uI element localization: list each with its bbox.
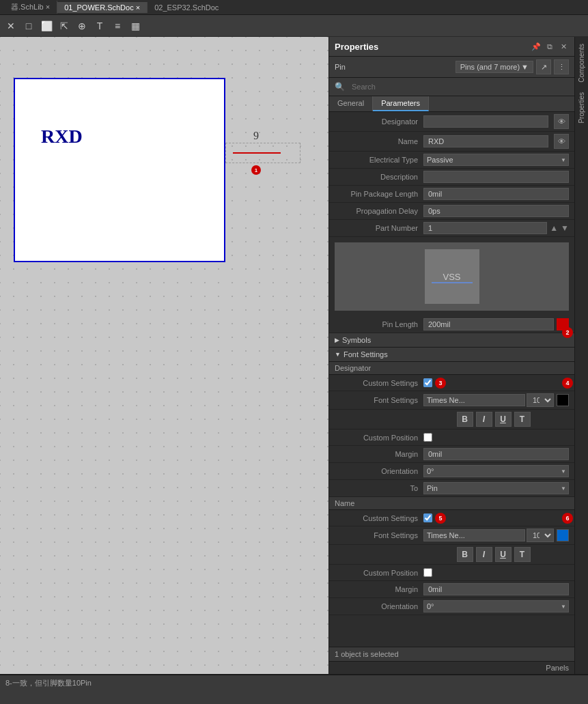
- part-number-arrow-down[interactable]: ▼: [561, 223, 569, 233]
- custom-settings-checkbox-2[interactable]: [423, 513, 432, 522]
- font-settings-section[interactable]: ▼ Font Settings: [329, 348, 574, 362]
- designator-row: Designator 👁: [329, 112, 574, 132]
- to-label: To: [335, 484, 423, 492]
- font-settings-label-2: Font Settings: [335, 531, 423, 539]
- sync-btn[interactable]: ↗: [536, 59, 551, 74]
- tab-esp32[interactable]: 02_ESP32.SchDoc: [148, 2, 225, 13]
- main-layout: RXD 9 1 Properties 📌 ⧉ ✕ Pin: [0, 37, 588, 674]
- pin-package-length-input[interactable]: [423, 188, 569, 200]
- bold-btn-2[interactable]: B: [457, 547, 473, 562]
- tool-extra[interactable]: ▦: [127, 18, 143, 34]
- to-select[interactable]: Pin: [423, 482, 569, 494]
- propagation-delay-input[interactable]: [423, 205, 569, 217]
- preview-vss: VSS: [425, 249, 479, 304]
- tab-parameters[interactable]: Parameters: [373, 96, 429, 111]
- electrical-type-label: Electrical Type: [335, 156, 423, 164]
- font-settings-row-1: Font Settings Times Ne... Arial 10 8 12: [329, 391, 574, 410]
- tool-text[interactable]: T: [92, 18, 108, 34]
- font-settings-label-1: Font Settings: [335, 396, 423, 404]
- propagation-delay-label: Propagation Delay: [335, 207, 423, 215]
- underline-btn-1[interactable]: U: [495, 412, 512, 427]
- tab-schlib[interactable]: 器.SchLib ×: [4, 1, 57, 14]
- underline-btn-2[interactable]: U: [495, 547, 512, 562]
- tool-plus[interactable]: ⊕: [74, 18, 90, 34]
- tool-cross[interactable]: ✕: [3, 18, 19, 34]
- orientation-row-1: Orientation 0° 90°: [329, 463, 574, 480]
- canvas-area[interactable]: RXD 9 1: [0, 37, 328, 674]
- font-size-select-2[interactable]: 10 8 12: [527, 529, 554, 542]
- name-label: Name: [335, 137, 423, 145]
- orientation-select-2[interactable]: 0° 90°: [423, 600, 569, 613]
- custom-settings-label-2: Custom Settings: [335, 514, 423, 522]
- tab-general[interactable]: General: [329, 96, 373, 111]
- bold-btn-1[interactable]: B: [457, 412, 473, 427]
- custom-position-checkbox-1[interactable]: [423, 433, 432, 442]
- orientation-row-2: Orientation 0° 90°: [329, 598, 574, 615]
- name-eye-btn[interactable]: 👁: [554, 134, 569, 149]
- custom-position-checkbox-2[interactable]: [423, 568, 432, 577]
- designator-eye-btn[interactable]: 👁: [554, 114, 569, 129]
- search-input[interactable]: [348, 81, 569, 93]
- tab-power[interactable]: 01_POWER.SchDoc ×: [57, 2, 148, 13]
- designator-value-wrap: 👁: [423, 114, 569, 129]
- toolbar: ✕ □ ⬜ ⇱ ⊕ T ≡ ▦: [0, 15, 588, 37]
- tool-rect[interactable]: □: [20, 18, 37, 34]
- strikethrough-btn-2[interactable]: T: [514, 547, 531, 562]
- font-color-black[interactable]: [557, 394, 569, 406]
- italic-btn-1[interactable]: I: [476, 412, 492, 427]
- panel-close-btn[interactable]: ✕: [558, 41, 569, 52]
- badge-4: 4: [562, 378, 573, 389]
- margin-input-1[interactable]: [423, 448, 569, 460]
- part-number-arrow-up[interactable]: ▲: [550, 223, 558, 233]
- tool-arrow[interactable]: ⇱: [56, 18, 72, 34]
- pin-length-input[interactable]: [423, 318, 554, 330]
- pin-package-length-label: Pin Package Length: [335, 190, 423, 198]
- custom-settings-checkbox-1[interactable]: [423, 378, 432, 387]
- side-tab-properties[interactable]: Properties: [576, 88, 587, 128]
- name-row: Name 👁: [329, 132, 574, 152]
- font-color-blue[interactable]: [557, 529, 569, 541]
- badge-6: 6: [562, 513, 573, 524]
- grid-btn[interactable]: ⋮: [554, 59, 569, 74]
- log-area: 8-一致，但引脚数量10Pin: [0, 674, 588, 704]
- component-box: [14, 78, 225, 262]
- orientation-wrap-1: 0° 90°: [423, 465, 569, 477]
- orientation-label-1: Orientation: [335, 467, 423, 475]
- name-input[interactable]: [423, 135, 548, 147]
- strikethrough-btn-1[interactable]: T: [514, 412, 531, 427]
- tool-rect2[interactable]: ⬜: [38, 18, 55, 34]
- panel-float-btn[interactable]: ⧉: [544, 41, 555, 52]
- font-settings-arrow: ▼: [335, 351, 341, 358]
- designator-input[interactable]: [423, 115, 548, 128]
- electrical-type-select[interactable]: Passive Input Output: [423, 154, 569, 166]
- panel-header: Properties 📌 ⧉ ✕: [329, 37, 574, 57]
- margin-label-1: Margin: [335, 450, 423, 458]
- panels-btn[interactable]: Panels: [546, 664, 569, 672]
- panel-status: 1 object is selected: [329, 647, 574, 661]
- preview-label: VSS: [443, 272, 460, 282]
- search-icon: 🔍: [335, 82, 345, 91]
- panel-pin-btn[interactable]: 📌: [531, 41, 542, 52]
- pin-filter-dropdown[interactable]: Pins (and 7 more) ▼: [456, 61, 533, 73]
- badge-5: 5: [435, 513, 446, 524]
- italic-btn-2[interactable]: I: [476, 547, 492, 562]
- part-number-input[interactable]: [423, 222, 547, 234]
- margin-input-2[interactable]: [423, 583, 569, 595]
- canvas-content: RXD 9 1: [0, 37, 328, 674]
- description-label: Description: [335, 173, 423, 181]
- side-tab-components[interactable]: Components: [576, 40, 587, 87]
- panel-controls: 📌 ⧉ ✕: [531, 41, 569, 52]
- prop-tabs: General Parameters: [329, 96, 574, 112]
- filter-icon: ▼: [521, 63, 529, 71]
- orientation-select-1[interactable]: 0° 90°: [423, 465, 569, 477]
- custom-position-label-1: Custom Position: [335, 434, 423, 442]
- font-size-select-1[interactable]: 10 8 12: [527, 393, 554, 407]
- font-name-select-2[interactable]: Times Ne... Arial: [423, 529, 525, 541]
- font-name-select-1[interactable]: Times Ne... Arial: [423, 394, 525, 406]
- tool-lines[interactable]: ≡: [109, 18, 126, 34]
- description-input[interactable]: [423, 171, 569, 183]
- symbols-section[interactable]: ▶ Symbols: [329, 333, 574, 348]
- designator-label: Designator: [335, 117, 423, 126]
- side-tabs: Components Properties: [574, 37, 588, 674]
- designator-section-label: Designator: [329, 362, 574, 375]
